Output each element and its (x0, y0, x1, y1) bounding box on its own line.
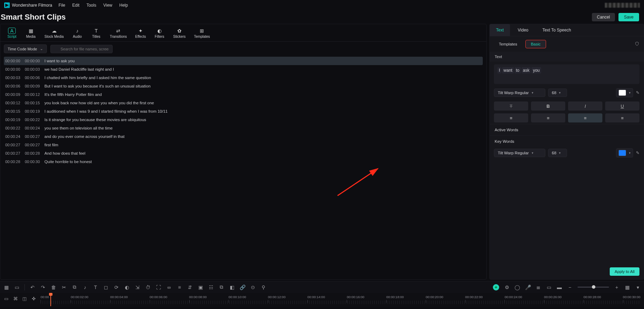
word-token[interactable]: want (502, 67, 514, 73)
selection-icon[interactable]: ▭ (14, 285, 20, 290)
settings-icon[interactable]: ⚙ (504, 285, 510, 290)
transcript-row[interactable]: 00:00:1200:00:15you look back now how ol… (4, 99, 483, 107)
menu-tools[interactable]: Tools (86, 3, 96, 8)
more-icon[interactable]: ▾ (635, 285, 641, 290)
cut-icon[interactable]: ✂ (61, 285, 67, 290)
layout-icon[interactable]: ▦ (3, 285, 9, 290)
zoom-knob[interactable] (592, 285, 595, 289)
transcript-row[interactable]: 00:00:0300:00:06I chatted with him brief… (4, 73, 483, 82)
redo-icon[interactable]: ↷ (40, 285, 46, 290)
eyedropper-icon[interactable]: ✎ (636, 90, 639, 95)
transcript-row[interactable]: 00:00:2700:00:27first film (4, 141, 483, 149)
text-color-select[interactable]: ▾ (616, 88, 633, 97)
track-link-icon[interactable]: ⌘ (13, 296, 18, 301)
mask-icon[interactable]: ◧ (229, 285, 235, 290)
tab-templates[interactable]: ⊞Templates (191, 26, 214, 40)
export-icon[interactable]: ⇲ (135, 285, 140, 290)
list-icon[interactable]: ≣ (536, 285, 541, 290)
strikethrough-button[interactable]: T (494, 101, 528, 111)
subtab-basic[interactable]: Basic (525, 40, 546, 48)
menu-file[interactable]: File (58, 3, 65, 8)
timer-icon[interactable]: ⏱ (145, 285, 151, 290)
palette-icon[interactable]: ◐ (124, 285, 130, 290)
transcript-row[interactable]: 00:00:0000:00:00I want to ask you (4, 57, 483, 65)
align-right-button[interactable]: ≡ (568, 113, 602, 122)
chain-icon[interactable]: 🔗 (240, 285, 245, 290)
device-icon[interactable]: ▭ (546, 285, 552, 290)
track-icon[interactable]: ≡ (177, 285, 182, 290)
attach-icon[interactable]: ⚲ (261, 285, 266, 290)
zoom-in-icon[interactable]: + (614, 285, 620, 290)
menu-help[interactable]: Help (119, 3, 128, 8)
tab-transitions[interactable]: ⇄Transitions (106, 26, 130, 40)
zoom-out-icon[interactable]: − (567, 285, 573, 290)
active-words-section[interactable]: Active Words (490, 124, 644, 135)
eyedropper-icon[interactable]: ✎ (636, 150, 639, 155)
undo-icon[interactable]: ↶ (30, 285, 35, 290)
apply-to-all-button[interactable]: Apply to All (610, 267, 639, 276)
link-icon[interactable]: ∞ (166, 285, 172, 290)
grid-icon[interactable]: ▦ (624, 285, 630, 290)
frame-icon[interactable]: ◻ (103, 285, 109, 290)
transcript-row[interactable]: 00:00:0900:00:12It's the fifth Harry Pot… (4, 90, 483, 99)
word-token[interactable]: to (515, 67, 521, 73)
key-words-section[interactable]: Key Words (490, 135, 644, 147)
subtab-templates[interactable]: Templates (494, 40, 522, 48)
bold-button[interactable]: B (531, 101, 565, 111)
transcript-row[interactable]: 00:00:1500:00:19I auditioned when I was … (4, 107, 483, 115)
align-left-button[interactable]: ≡ (494, 113, 528, 122)
text-editor[interactable]: Iwanttoaskyou (494, 64, 639, 84)
rotate-icon[interactable]: ⟳ (114, 285, 119, 290)
transcript-row[interactable]: 00:00:2800:00:30Quite horrible to be hon… (4, 157, 483, 166)
picture-icon[interactable]: ▬ (557, 285, 562, 290)
playhead[interactable] (50, 294, 51, 306)
tab-effects[interactable]: ✦Effects (132, 26, 149, 40)
menu-edit[interactable]: Edit (72, 3, 80, 8)
fontsize-select[interactable]: 68▾ (548, 89, 567, 97)
ai-assist-icon[interactable]: ✦ (493, 284, 499, 290)
shield-icon[interactable]: ◯ (515, 285, 520, 290)
tab-stock-media[interactable]: ☁Stock Media (41, 26, 67, 40)
align-justify-button[interactable]: ≡ (605, 113, 639, 122)
italic-button[interactable]: I (568, 101, 602, 111)
zoom-slider[interactable] (578, 287, 609, 288)
overlap-icon[interactable]: ⧉ (219, 285, 224, 290)
underline-button[interactable]: U (605, 101, 639, 111)
transcript-row[interactable]: 00:00:2400:00:27and do you ever come acr… (4, 132, 483, 141)
timeline-ruler[interactable]: 00:0000:00:02:0000:00:04:0000:00:06:0000… (41, 294, 641, 306)
transcript-row[interactable]: 00:00:2700:00:28And how does that feel (4, 149, 483, 157)
transcript-row[interactable]: 00:00:0600:00:09But I want to ask you be… (4, 82, 483, 90)
text-icon[interactable]: T (93, 285, 98, 290)
ai-shield-icon[interactable] (635, 41, 639, 47)
font-select[interactable]: Tilt Warp Regular▾ (494, 89, 545, 97)
tab-script[interactable]: AScript (3, 26, 21, 40)
adjust-icon[interactable]: ⇵ (187, 285, 193, 290)
search-input[interactable] (50, 45, 113, 53)
track-video-icon[interactable]: ▭ (3, 296, 9, 301)
kw-font-select[interactable]: Tilt Warp Regular▾ (494, 149, 545, 157)
word-token[interactable]: you (531, 67, 541, 73)
word-token[interactable]: ask (522, 67, 531, 73)
transcript-row[interactable]: 00:00:1900:00:22Is it strange for you be… (4, 115, 483, 124)
transcript-row[interactable]: 00:00:2200:00:24you see them on televisi… (4, 124, 483, 132)
transcript-row[interactable]: 00:00:0000:00:03we had Daniel Radcliffe … (4, 65, 483, 73)
track-marker-icon[interactable]: ✜ (31, 296, 36, 301)
kw-color-select[interactable]: ▾ (616, 148, 633, 157)
tab-video[interactable]: Video (511, 24, 535, 36)
marker-dot-icon[interactable]: ⊙ (250, 285, 256, 290)
crop-icon[interactable]: ⧉ (72, 285, 77, 290)
tab-media[interactable]: ▦Media (22, 26, 40, 40)
save-button[interactable]: Save (618, 13, 639, 21)
cancel-button[interactable]: Cancel (592, 13, 615, 21)
align-center-button[interactable]: ≡ (531, 113, 565, 122)
track-audio-icon[interactable]: ◫ (22, 296, 27, 301)
tab-titles[interactable]: TTitles (87, 26, 105, 40)
tab-tts[interactable]: Text To Speech (536, 24, 578, 36)
audio-icon[interactable]: ♪ (82, 285, 88, 290)
word-token[interactable]: I (497, 67, 501, 73)
menu-view[interactable]: View (103, 3, 112, 8)
tab-audio[interactable]: ♪Audio (69, 26, 86, 40)
tab-text[interactable]: Text (490, 24, 510, 36)
caption-icon[interactable]: ☷ (208, 285, 214, 290)
delete-icon[interactable]: 🗑 (51, 285, 56, 290)
